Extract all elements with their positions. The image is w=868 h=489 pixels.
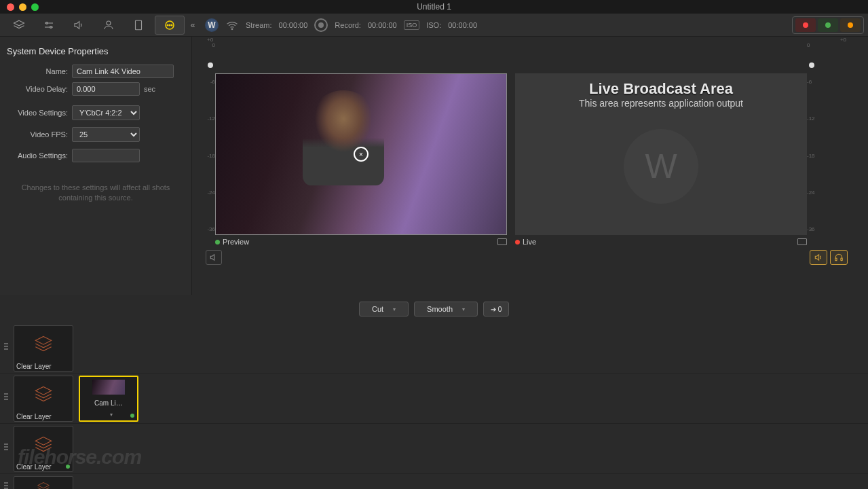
app-logo-icon[interactable]: W <box>205 18 219 32</box>
status-green[interactable] <box>818 18 838 32</box>
layer-row[interactable]: Clear Layer Cam Link 4K Vide <box>0 374 868 424</box>
wifi-icon[interactable] <box>225 18 239 32</box>
layer-row[interactable]: Clear Layer <box>0 323 868 374</box>
iso-timecode: 00:00:00 <box>448 21 477 29</box>
speaker-output-button[interactable] <box>810 250 827 265</box>
svg-rect-7 <box>136 20 142 30</box>
left-audio-meter[interactable]: 0-6-12-18-24-36 <box>206 42 215 232</box>
collapse-panel-icon[interactable]: « <box>186 16 200 35</box>
watermark-text: filehorse.com <box>18 446 141 469</box>
record-timecode: 00:00:00 <box>368 21 397 29</box>
status-orange[interactable] <box>840 18 861 32</box>
svg-marker-0 <box>14 20 24 26</box>
transition-style-select[interactable]: Smooth <box>414 302 478 316</box>
transition-type-select[interactable]: Cut <box>359 302 409 316</box>
go-button[interactable]: ➔0 <box>483 302 509 316</box>
aset-input[interactable] <box>72 149 140 162</box>
stream-timecode: 00:00:00 <box>279 21 308 29</box>
svg-marker-18 <box>35 387 51 395</box>
svg-marker-20 <box>38 482 50 488</box>
properties-icon[interactable] <box>155 16 185 35</box>
sliders-icon[interactable] <box>34 14 64 37</box>
vset-select[interactable]: Y'CbCr 4:2:2 - yu... <box>72 105 140 120</box>
meter-tl: +0 <box>207 37 213 42</box>
mute-button[interactable] <box>206 250 222 265</box>
record-label: Record: <box>335 21 361 29</box>
fps-select[interactable]: 25 <box>72 127 140 142</box>
live-label: Live <box>523 238 536 246</box>
transition-bar: Cut Smooth ➔0 <box>0 295 868 323</box>
delay-label: Video Delay: <box>7 85 68 93</box>
live-canvas: Live Broadcast Area This area represents… <box>515 73 807 235</box>
document-icon[interactable] <box>124 14 153 37</box>
fps-label: Video FPS: <box>7 130 68 139</box>
svg-rect-16 <box>841 258 842 261</box>
clear-layer-shot[interactable]: Clear Layer <box>14 376 73 422</box>
clear-layer-shot[interactable] <box>14 476 73 490</box>
vset-label: Video Settings: <box>7 109 68 117</box>
drag-handle-icon[interactable] <box>4 443 8 454</box>
meter-tr: +0 <box>840 37 846 42</box>
shot-thumbnail <box>92 380 125 395</box>
panel-title: System Device Properties <box>7 46 185 56</box>
drag-handle-icon[interactable] <box>4 343 8 354</box>
panel-note: Changes to these settings will affect al… <box>7 183 185 204</box>
live-subtitle: This area represents application output <box>579 98 743 109</box>
preview-monitor-icon[interactable] <box>497 238 507 245</box>
delay-unit: sec <box>144 85 155 93</box>
preview-label: Preview <box>223 238 249 246</box>
name-label: Name: <box>7 67 68 75</box>
svg-point-10 <box>169 24 170 26</box>
close-window-button[interactable] <box>7 3 14 11</box>
svg-marker-13 <box>210 255 214 260</box>
name-input[interactable] <box>72 65 174 78</box>
zoom-window-button[interactable] <box>31 3 39 11</box>
delay-input[interactable] <box>72 82 140 96</box>
drag-handle-icon[interactable] <box>4 482 8 490</box>
app-watermark-icon: W <box>624 129 698 204</box>
svg-point-9 <box>167 24 168 26</box>
svg-marker-19 <box>35 437 51 446</box>
minimize-window-button[interactable] <box>19 3 26 11</box>
stream-label: Stream: <box>246 21 272 29</box>
svg-point-11 <box>171 24 172 26</box>
center-point-icon[interactable]: × <box>354 147 369 162</box>
properties-panel: System Device Properties Name: Video Del… <box>0 37 192 295</box>
clear-layer-shot[interactable]: Clear Layer <box>14 325 73 372</box>
svg-rect-15 <box>835 258 837 261</box>
preview-canvas[interactable]: × <box>215 73 507 235</box>
preview-dot-icon <box>215 240 220 244</box>
drag-handle-icon[interactable] <box>4 393 8 404</box>
layer-row[interactable] <box>0 474 868 489</box>
svg-point-6 <box>107 21 111 25</box>
right-audio-meter[interactable]: 0-6-12-18-24-36 <box>807 42 816 232</box>
person-icon[interactable] <box>94 14 124 37</box>
iso-button[interactable]: ISO <box>404 20 420 30</box>
titlebar: Untitled 1 <box>0 0 868 14</box>
window-title: Untitled 1 <box>417 2 451 12</box>
toolbar: « W Stream: 00:00:00 Record: 00:00:00 IS… <box>0 14 868 37</box>
svg-marker-17 <box>35 337 51 345</box>
live-indicator-icon <box>130 414 134 418</box>
svg-marker-14 <box>815 255 818 260</box>
headphones-button[interactable] <box>830 250 848 265</box>
source-shot-selected[interactable]: Cam Link 4K Vide <box>79 376 138 422</box>
preview-video: × <box>216 74 506 234</box>
svg-point-12 <box>231 29 233 30</box>
aset-label: Audio Settings: <box>7 151 68 160</box>
record-button-icon[interactable] <box>314 18 328 32</box>
preview-area: +0 +0 0-6-12-18-24-36 × Live Broadcast A… <box>192 37 868 295</box>
live-monitor-icon[interactable] <box>797 238 807 245</box>
live-title: Live Broadcast Area <box>589 80 733 98</box>
live-dot-icon <box>515 240 520 244</box>
status-red[interactable] <box>795 18 816 32</box>
iso-label-text: ISO: <box>426 21 441 29</box>
speaker-icon[interactable] <box>64 14 94 37</box>
svg-marker-5 <box>75 21 79 29</box>
status-indicators <box>792 16 864 34</box>
layers-tool-icon[interactable] <box>4 14 34 37</box>
